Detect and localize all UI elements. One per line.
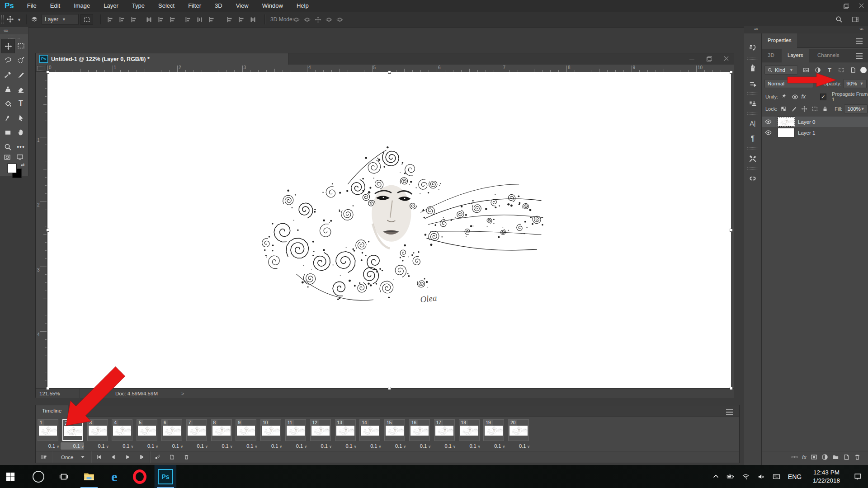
frame-duration-dropdown[interactable]: 0.1 ∨ <box>457 442 481 450</box>
tray-expand-icon[interactable] <box>709 465 722 488</box>
screen-mode-button[interactable] <box>16 154 24 161</box>
align-button-9[interactable] <box>208 16 215 23</box>
edge-button[interactable]: e <box>104 465 125 488</box>
paint-bucket-tool[interactable] <box>1 97 14 110</box>
convert-to-video-timeline-button[interactable] <box>36 451 52 463</box>
brushes-panel-icon[interactable] <box>744 61 761 76</box>
timeline-frame-1[interactable]: 1 <box>38 419 58 441</box>
menu-3d[interactable]: 3D <box>208 0 229 12</box>
layer-mask-icon[interactable] <box>811 454 817 460</box>
loop-option-dropdown[interactable]: Once <box>53 451 91 463</box>
blend-mode-dropdown[interactable]: Normal <box>764 79 813 88</box>
frame-duration-dropdown[interactable]: 0.1 ∨ <box>506 442 530 450</box>
frame-duration-dropdown[interactable]: 0.1 ∨ <box>358 442 381 450</box>
ruler-origin-box[interactable] <box>36 65 47 72</box>
menu-window[interactable]: Window <box>255 0 290 12</box>
history-panel-icon[interactable] <box>744 40 761 55</box>
document-tab[interactable]: Ps Untitled-1 @ 122% (Layer 0, RGB/8) * <box>36 53 289 65</box>
menu-layer[interactable]: Layer <box>97 0 125 12</box>
lock-artboard-icon[interactable] <box>810 104 819 113</box>
lock-all-icon[interactable] <box>821 104 829 113</box>
frame-duration-dropdown[interactable]: 0.1 ∨ <box>432 442 456 450</box>
3d-orbit-icon[interactable] <box>293 16 300 23</box>
toolbar-collapse-chevron[interactable]: «« <box>0 27 28 34</box>
timeline-frame-10[interactable]: 10 <box>260 419 281 441</box>
filter-kind-dropdown[interactable]: Kind ▼ <box>764 66 798 75</box>
unify-position-icon[interactable] <box>781 92 788 101</box>
transform-handle[interactable] <box>388 70 391 74</box>
tool-preset-chevron-icon[interactable]: ▼ <box>17 18 21 22</box>
opacity-field[interactable]: 90% ▼ <box>843 79 867 88</box>
align-button-7[interactable] <box>184 16 191 23</box>
lock-pixels-icon[interactable] <box>789 104 798 113</box>
menu-image[interactable]: Image <box>67 0 97 12</box>
tab-3d[interactable]: 3D <box>762 49 780 62</box>
timeline-frame-17[interactable]: 17 <box>434 419 455 441</box>
eyedropper-tool[interactable] <box>1 68 14 81</box>
new-group-icon[interactable] <box>832 454 839 460</box>
task-view-button[interactable] <box>53 465 74 488</box>
transform-handle[interactable] <box>46 70 49 74</box>
layer-row-layer-1[interactable]: Layer 1 <box>762 127 868 138</box>
timeline-frame-12[interactable]: 12 <box>310 419 331 441</box>
cortana-button[interactable] <box>28 465 49 488</box>
lock-position-icon[interactable] <box>800 104 808 113</box>
transform-handle[interactable] <box>46 387 49 390</box>
timeline-frame-15[interactable]: 15 <box>384 419 405 441</box>
quick-selection-tool[interactable] <box>14 53 27 67</box>
timeline-frame-14[interactable]: 14 <box>359 419 380 441</box>
unify-style-icon[interactable]: fx <box>802 94 806 100</box>
frame-duration-dropdown[interactable]: 0.1 ∨ <box>85 442 109 450</box>
layers-menu-icon[interactable] <box>856 53 863 59</box>
menu-edit[interactable]: Edit <box>43 0 67 12</box>
timeline-frame-8[interactable]: 8 <box>211 419 232 441</box>
next-frame-button[interactable] <box>135 451 150 463</box>
file-explorer-button[interactable] <box>79 465 99 488</box>
menu-view[interactable]: View <box>229 0 255 12</box>
toolbar-grip[interactable] <box>8 36 20 39</box>
dock-grip[interactable] <box>747 147 758 150</box>
frame-duration-dropdown[interactable]: 0.1 ∨ <box>259 442 282 450</box>
lasso-tool[interactable] <box>1 53 14 67</box>
timeline-frame-5[interactable]: 5 <box>137 419 157 441</box>
align-button-1[interactable] <box>107 16 113 23</box>
align-button-5[interactable] <box>157 16 164 23</box>
frame-duration-dropdown[interactable]: 0.1 ∨ <box>160 442 183 450</box>
align-button-3[interactable] <box>130 16 137 23</box>
filter-type-icon[interactable]: T <box>824 66 835 75</box>
auto-select-dropdown[interactable]: Layer ▼ <box>42 14 79 25</box>
foreground-color-swatch[interactable] <box>7 164 17 173</box>
delete-frame-button[interactable] <box>179 451 194 463</box>
rectangle-tool[interactable] <box>1 126 14 139</box>
frame-duration-dropdown[interactable]: 0.1 ∨ <box>407 442 431 450</box>
dock-grip[interactable] <box>747 167 758 170</box>
timeline-frame-9[interactable]: 9 <box>236 419 256 441</box>
transform-handle[interactable] <box>730 229 733 232</box>
clone-source-panel-icon[interactable] <box>744 96 761 111</box>
adjustment-layer-icon[interactable] <box>821 454 828 460</box>
quick-mask-button[interactable] <box>4 154 11 161</box>
frame-duration-dropdown[interactable]: 0.1 ∨ <box>234 442 257 450</box>
eraser-tool[interactable] <box>14 82 27 96</box>
photoshop-taskbar-button[interactable]: Ps <box>155 465 176 488</box>
transform-handle[interactable] <box>46 229 49 232</box>
layer-style-icon[interactable]: fx <box>802 454 807 460</box>
action-center-icon[interactable] <box>847 465 868 488</box>
paragraph-panel-icon[interactable]: ¶ <box>744 131 761 146</box>
doc-maximize-icon[interactable] <box>707 56 712 61</box>
frame-duration-dropdown[interactable]: 0.1 ∨ <box>333 442 357 450</box>
search-icon[interactable] <box>835 16 843 23</box>
frame-duration-dropdown[interactable]: 0.1 ∨ <box>36 442 59 450</box>
frame-duration-dropdown[interactable]: 0.1 ∨ <box>308 442 332 450</box>
path-selection-tool[interactable] <box>14 111 27 125</box>
layer-row-layer-0[interactable]: Layer 0 <box>762 117 868 127</box>
layer-thumbnail[interactable] <box>778 117 794 126</box>
timeline-frame-19[interactable]: 19 <box>483 419 504 441</box>
opera-button[interactable] <box>129 465 150 488</box>
wifi-icon[interactable] <box>738 465 753 488</box>
align-button-10[interactable] <box>226 16 233 23</box>
dock-grip[interactable] <box>747 112 758 115</box>
timeline-frame-3[interactable]: 3 <box>87 419 108 441</box>
libraries-panel-icon[interactable] <box>744 171 761 186</box>
timeline-frame-4[interactable]: 4 <box>112 419 132 441</box>
